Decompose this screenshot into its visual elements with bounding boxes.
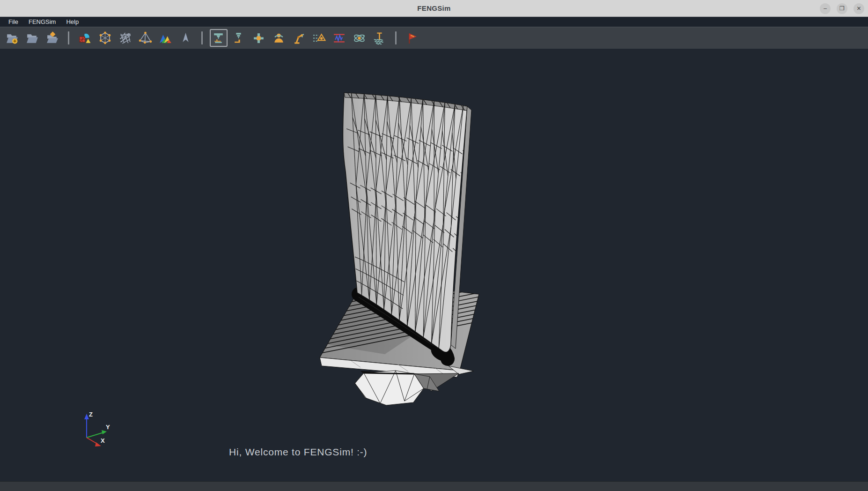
viewport-3d[interactable]: Z Y X Hi, Welcome to FENGSim! :-) — [0, 49, 868, 481]
toolbar-button-new-project[interactable] — [3, 29, 21, 47]
window-title: FENGSim — [417, 4, 450, 12]
maximize-icon: ❐ — [839, 6, 845, 11]
toolbar-button-open-project[interactable] — [23, 29, 41, 47]
new-project-icon — [5, 31, 19, 45]
tetrahedron-icon — [139, 31, 152, 45]
physics-atom-icon — [353, 31, 366, 45]
toolbar-separator — [68, 31, 69, 45]
titlebar: FENGSim – ❐ ✕ — [0, 0, 868, 17]
welcome-message: Hi, Welcome to FENGSim! :-) — [229, 446, 367, 458]
axis-y-arrow — [102, 430, 107, 434]
minimize-icon: – — [824, 6, 827, 11]
mesh-nodes-icon — [98, 31, 112, 45]
toolbar-button-select-arrow[interactable] — [177, 29, 195, 47]
close-button[interactable]: ✕ — [853, 3, 864, 14]
toolbar — [0, 27, 868, 49]
menu-help[interactable]: Help — [62, 17, 83, 26]
axis-z-arrow — [84, 414, 89, 419]
axis-triad: Z Y X — [84, 411, 110, 446]
robot-arm-icon — [292, 31, 306, 45]
close-icon: ✕ — [856, 6, 861, 11]
toolbar-button-mesh-grid[interactable] — [117, 29, 134, 47]
operator-icon — [272, 31, 286, 45]
toolbar-button-fixture-part[interactable] — [250, 29, 268, 47]
toolbar-separator — [201, 31, 203, 45]
signal-icon — [332, 31, 346, 45]
mesh-grid-icon — [118, 31, 132, 45]
maximize-button[interactable]: ❐ — [837, 3, 847, 14]
post-processing-icon — [159, 31, 172, 45]
measure-icon — [312, 31, 326, 45]
import-project-icon — [45, 31, 59, 45]
mission-flag-icon — [405, 31, 419, 45]
axis-z-label: Z — [89, 411, 93, 418]
toolbar-button-boundary-ground[interactable] — [371, 29, 389, 47]
toolbar-button-measure[interactable] — [310, 29, 328, 47]
toolbar-button-import-project[interactable] — [44, 29, 61, 47]
toolbar-button-geometry[interactable] — [76, 29, 94, 47]
boundary-ground-icon — [373, 31, 386, 45]
toolbar-button-print-3d[interactable] — [210, 29, 228, 47]
cnc-machining-icon — [232, 31, 245, 45]
turbine-blade-model[interactable] — [304, 93, 537, 405]
scene-canvas: Z Y X — [0, 49, 868, 481]
toolbar-button-tetrahedron[interactable] — [137, 29, 154, 47]
toolbar-button-cnc-machining[interactable] — [230, 29, 248, 47]
menu-fengsim[interactable]: FENGSim — [24, 17, 60, 26]
toolbar-button-robot-arm[interactable] — [290, 29, 308, 47]
menubar: File FENGSim Help — [0, 17, 868, 27]
print-3d-icon — [212, 31, 225, 45]
toolbar-button-signal[interactable] — [331, 29, 348, 47]
axis-y-label: Y — [106, 424, 110, 431]
select-arrow-icon — [179, 31, 192, 45]
toolbar-button-operator[interactable] — [270, 29, 288, 47]
toolbar-button-post-processing[interactable] — [157, 29, 175, 47]
geometry-icon — [78, 31, 92, 45]
root-top-shadow — [364, 373, 414, 374]
fixture-part-icon — [252, 31, 265, 45]
toolbar-button-mission-flag[interactable] — [404, 29, 421, 47]
toolbar-separator — [395, 31, 397, 45]
axis-x-label: X — [101, 437, 105, 444]
minimize-button[interactable]: – — [820, 3, 831, 14]
statusbar — [0, 481, 868, 491]
menu-file[interactable]: File — [4, 17, 22, 26]
window-controls: – ❐ ✕ — [820, 0, 864, 17]
toolbar-button-mesh-nodes[interactable] — [96, 29, 114, 47]
open-project-icon — [25, 31, 39, 45]
toolbar-button-physics-atom[interactable] — [351, 29, 368, 47]
